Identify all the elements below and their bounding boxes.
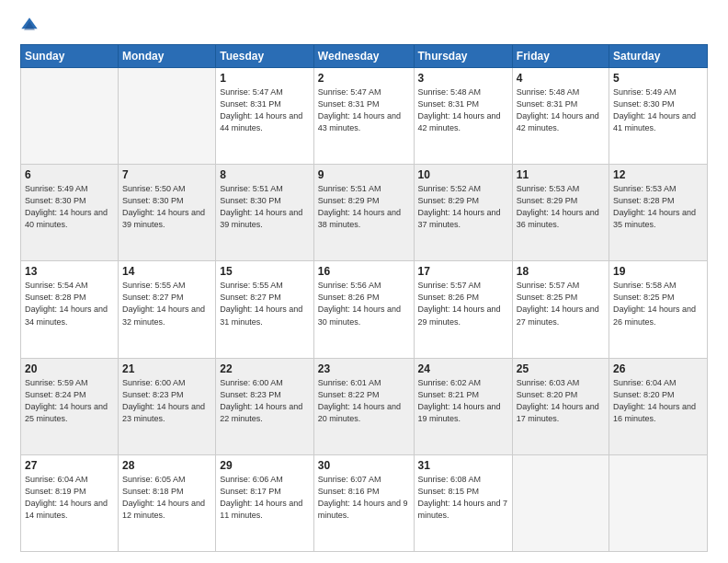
day-info: Sunrise: 5:49 AM Sunset: 8:30 PM Dayligh… bbox=[613, 86, 703, 134]
day-number: 14 bbox=[122, 265, 211, 278]
calendar-week-5: 27Sunrise: 6:04 AM Sunset: 8:19 PM Dayli… bbox=[21, 454, 708, 551]
calendar-cell: 12Sunrise: 5:53 AM Sunset: 8:28 PM Dayli… bbox=[609, 165, 708, 261]
calendar-cell: 5Sunrise: 5:49 AM Sunset: 8:30 PM Daylig… bbox=[609, 68, 708, 165]
calendar-cell: 29Sunrise: 6:06 AM Sunset: 8:17 PM Dayli… bbox=[216, 454, 314, 551]
day-info: Sunrise: 5:55 AM Sunset: 8:27 PM Dayligh… bbox=[122, 280, 211, 327]
calendar-cell: 11Sunrise: 5:53 AM Sunset: 8:29 PM Dayli… bbox=[512, 165, 609, 261]
day-number: 6 bbox=[25, 168, 114, 181]
day-number: 3 bbox=[418, 72, 508, 85]
calendar-cell: 14Sunrise: 5:55 AM Sunset: 8:27 PM Dayli… bbox=[119, 261, 216, 358]
calendar-table: SundayMondayTuesdayWednesdayThursdayFrid… bbox=[20, 44, 708, 552]
day-info: Sunrise: 6:00 AM Sunset: 8:23 PM Dayligh… bbox=[220, 377, 310, 425]
day-info: Sunrise: 6:07 AM Sunset: 8:16 PM Dayligh… bbox=[318, 474, 410, 522]
day-number: 10 bbox=[418, 168, 508, 181]
day-info: Sunrise: 6:02 AM Sunset: 8:21 PM Dayligh… bbox=[418, 377, 508, 425]
day-info: Sunrise: 5:55 AM Sunset: 8:27 PM Dayligh… bbox=[220, 280, 310, 327]
calendar-cell: 26Sunrise: 6:04 AM Sunset: 8:20 PM Dayli… bbox=[609, 358, 708, 454]
day-info: Sunrise: 5:48 AM Sunset: 8:31 PM Dayligh… bbox=[418, 86, 508, 134]
day-number: 28 bbox=[122, 459, 211, 472]
weekday-header-row: SundayMondayTuesdayWednesdayThursdayFrid… bbox=[21, 45, 708, 68]
day-number: 24 bbox=[418, 362, 508, 375]
day-number: 27 bbox=[25, 459, 114, 472]
calendar-cell: 8Sunrise: 5:51 AM Sunset: 8:30 PM Daylig… bbox=[216, 165, 314, 261]
day-number: 16 bbox=[318, 265, 410, 278]
logo bbox=[20, 17, 42, 35]
day-number: 17 bbox=[418, 265, 508, 278]
day-number: 20 bbox=[25, 362, 114, 375]
calendar-cell: 6Sunrise: 5:49 AM Sunset: 8:30 PM Daylig… bbox=[21, 165, 119, 261]
day-info: Sunrise: 5:56 AM Sunset: 8:26 PM Dayligh… bbox=[318, 280, 410, 327]
calendar-cell: 27Sunrise: 6:04 AM Sunset: 8:19 PM Dayli… bbox=[21, 454, 119, 551]
day-info: Sunrise: 5:57 AM Sunset: 8:25 PM Dayligh… bbox=[517, 280, 605, 327]
day-number: 13 bbox=[25, 265, 114, 278]
calendar-cell: 30Sunrise: 6:07 AM Sunset: 8:16 PM Dayli… bbox=[313, 454, 414, 551]
day-info: Sunrise: 5:53 AM Sunset: 8:29 PM Dayligh… bbox=[517, 183, 605, 231]
day-number: 12 bbox=[613, 168, 703, 181]
day-number: 25 bbox=[517, 362, 605, 375]
calendar-cell: 9Sunrise: 5:51 AM Sunset: 8:29 PM Daylig… bbox=[313, 165, 414, 261]
calendar-cell: 25Sunrise: 6:03 AM Sunset: 8:20 PM Dayli… bbox=[512, 358, 609, 454]
calendar-cell: 17Sunrise: 5:57 AM Sunset: 8:26 PM Dayli… bbox=[414, 261, 512, 358]
calendar-cell bbox=[119, 68, 216, 165]
calendar-cell: 24Sunrise: 6:02 AM Sunset: 8:21 PM Dayli… bbox=[414, 358, 512, 454]
header bbox=[20, 17, 708, 35]
calendar-cell: 21Sunrise: 6:00 AM Sunset: 8:23 PM Dayli… bbox=[119, 358, 216, 454]
day-info: Sunrise: 6:04 AM Sunset: 8:20 PM Dayligh… bbox=[613, 377, 703, 425]
day-info: Sunrise: 6:05 AM Sunset: 8:18 PM Dayligh… bbox=[122, 474, 211, 522]
calendar-cell: 20Sunrise: 5:59 AM Sunset: 8:24 PM Dayli… bbox=[21, 358, 119, 454]
day-number: 15 bbox=[220, 265, 310, 278]
day-info: Sunrise: 6:00 AM Sunset: 8:23 PM Dayligh… bbox=[122, 377, 211, 425]
day-number: 8 bbox=[220, 168, 310, 181]
day-number: 26 bbox=[613, 362, 703, 375]
day-info: Sunrise: 5:48 AM Sunset: 8:31 PM Dayligh… bbox=[517, 86, 605, 134]
day-info: Sunrise: 5:53 AM Sunset: 8:28 PM Dayligh… bbox=[613, 183, 703, 231]
calendar-cell: 23Sunrise: 6:01 AM Sunset: 8:22 PM Dayli… bbox=[313, 358, 414, 454]
day-number: 23 bbox=[318, 362, 410, 375]
day-number: 30 bbox=[318, 459, 410, 472]
weekday-wednesday: Wednesday bbox=[313, 45, 414, 68]
day-info: Sunrise: 5:51 AM Sunset: 8:29 PM Dayligh… bbox=[318, 183, 410, 231]
day-info: Sunrise: 5:47 AM Sunset: 8:31 PM Dayligh… bbox=[318, 86, 410, 134]
day-number: 9 bbox=[318, 168, 410, 181]
calendar-week-3: 13Sunrise: 5:54 AM Sunset: 8:28 PM Dayli… bbox=[21, 261, 708, 358]
calendar-cell: 7Sunrise: 5:50 AM Sunset: 8:30 PM Daylig… bbox=[119, 165, 216, 261]
calendar-cell: 31Sunrise: 6:08 AM Sunset: 8:15 PM Dayli… bbox=[414, 454, 512, 551]
calendar-cell: 3Sunrise: 5:48 AM Sunset: 8:31 PM Daylig… bbox=[414, 68, 512, 165]
calendar-cell bbox=[512, 454, 609, 551]
day-info: Sunrise: 5:47 AM Sunset: 8:31 PM Dayligh… bbox=[220, 86, 310, 134]
day-info: Sunrise: 5:49 AM Sunset: 8:30 PM Dayligh… bbox=[25, 183, 114, 231]
weekday-monday: Monday bbox=[119, 45, 216, 68]
day-number: 21 bbox=[122, 362, 211, 375]
day-number: 29 bbox=[220, 459, 310, 472]
day-number: 18 bbox=[517, 265, 605, 278]
weekday-thursday: Thursday bbox=[414, 45, 512, 68]
calendar-cell: 28Sunrise: 6:05 AM Sunset: 8:18 PM Dayli… bbox=[119, 454, 216, 551]
calendar-cell: 16Sunrise: 5:56 AM Sunset: 8:26 PM Dayli… bbox=[313, 261, 414, 358]
logo-icon bbox=[20, 17, 39, 35]
calendar-cell: 4Sunrise: 5:48 AM Sunset: 8:31 PM Daylig… bbox=[512, 68, 609, 165]
calendar-cell: 1Sunrise: 5:47 AM Sunset: 8:31 PM Daylig… bbox=[216, 68, 314, 165]
page: SundayMondayTuesdayWednesdayThursdayFrid… bbox=[0, 0, 728, 563]
calendar-cell: 18Sunrise: 5:57 AM Sunset: 8:25 PM Dayli… bbox=[512, 261, 609, 358]
day-info: Sunrise: 5:54 AM Sunset: 8:28 PM Dayligh… bbox=[25, 280, 114, 327]
day-number: 11 bbox=[517, 168, 605, 181]
calendar-cell: 22Sunrise: 6:00 AM Sunset: 8:23 PM Dayli… bbox=[216, 358, 314, 454]
calendar-week-2: 6Sunrise: 5:49 AM Sunset: 8:30 PM Daylig… bbox=[21, 165, 708, 261]
calendar-cell: 2Sunrise: 5:47 AM Sunset: 8:31 PM Daylig… bbox=[313, 68, 414, 165]
day-info: Sunrise: 5:57 AM Sunset: 8:26 PM Dayligh… bbox=[418, 280, 508, 327]
weekday-sunday: Sunday bbox=[21, 45, 119, 68]
day-number: 19 bbox=[613, 265, 703, 278]
day-number: 7 bbox=[122, 168, 211, 181]
day-info: Sunrise: 5:58 AM Sunset: 8:25 PM Dayligh… bbox=[613, 280, 703, 327]
weekday-tuesday: Tuesday bbox=[216, 45, 314, 68]
calendar-cell: 10Sunrise: 5:52 AM Sunset: 8:29 PM Dayli… bbox=[414, 165, 512, 261]
weekday-saturday: Saturday bbox=[609, 45, 708, 68]
day-info: Sunrise: 6:04 AM Sunset: 8:19 PM Dayligh… bbox=[25, 474, 114, 522]
day-info: Sunrise: 5:50 AM Sunset: 8:30 PM Dayligh… bbox=[122, 183, 211, 231]
day-number: 2 bbox=[318, 72, 410, 85]
calendar-cell: 15Sunrise: 5:55 AM Sunset: 8:27 PM Dayli… bbox=[216, 261, 314, 358]
weekday-friday: Friday bbox=[512, 45, 609, 68]
calendar-cell bbox=[21, 68, 119, 165]
day-info: Sunrise: 6:06 AM Sunset: 8:17 PM Dayligh… bbox=[220, 474, 310, 522]
calendar-cell bbox=[609, 454, 708, 551]
